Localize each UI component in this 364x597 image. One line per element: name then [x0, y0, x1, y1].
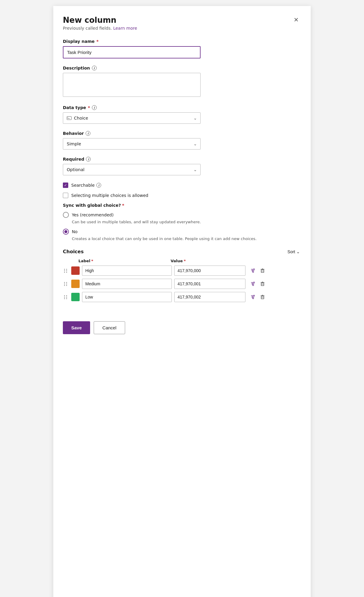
learn-more-link[interactable]: Learn more — [113, 26, 137, 31]
row-actions — [249, 281, 266, 287]
svg-point-26 — [252, 296, 253, 298]
cancel-button[interactable]: Cancel — [94, 321, 125, 334]
required-chevron-icon: ⌄ — [193, 167, 197, 172]
sync-yes-option: Yes (recommended) Can be used in multipl… — [63, 212, 300, 225]
filter-button[interactable] — [249, 267, 257, 274]
row-actions — [249, 294, 266, 300]
required-star-sync: * — [122, 203, 124, 208]
required-star-data-type: * — [88, 105, 90, 110]
radio-selected-dot — [64, 230, 67, 233]
panel-title: New column — [63, 16, 116, 25]
drag-handle[interactable] — [63, 268, 69, 274]
svg-point-3 — [254, 269, 255, 270]
sync-no-label: No — [72, 229, 78, 234]
required-star-value: * — [184, 259, 186, 263]
description-field: Description i — [63, 66, 300, 105]
delete-button[interactable] — [259, 294, 266, 300]
required-info-icon: i — [86, 157, 91, 162]
display-name-input[interactable] — [63, 46, 201, 58]
multiple-choices-checkbox[interactable] — [63, 193, 68, 198]
multiple-choices-label: Selecting multiple choices is allowed — [71, 193, 148, 198]
choice-label-input[interactable] — [82, 279, 172, 289]
filter-button[interactable] — [249, 294, 257, 300]
color-swatch[interactable] — [71, 266, 80, 275]
sync-section: Sync with global choice? * Yes (recommen… — [63, 203, 300, 242]
data-type-field: Data type * i Choice ⌄ — [63, 105, 300, 124]
table-row — [63, 292, 300, 302]
searchable-info-icon: i — [96, 183, 101, 188]
choice-rows-container — [63, 266, 300, 302]
table-row — [63, 279, 300, 289]
multiple-choices-row: Selecting multiple choices is allowed — [63, 193, 300, 198]
behavior-field: Behavior i Simple ⌄ — [63, 131, 300, 150]
svg-rect-28 — [261, 296, 264, 299]
svg-point-25 — [254, 295, 255, 296]
save-button[interactable]: Save — [63, 321, 90, 334]
delete-button[interactable] — [259, 267, 266, 274]
required-star-display-name: * — [96, 39, 98, 44]
sort-chevron-icon: ⌄ — [296, 249, 300, 254]
choice-label-input[interactable] — [82, 266, 172, 276]
drag-handle[interactable] — [63, 281, 69, 287]
sync-yes-radio[interactable] — [63, 212, 69, 218]
required-star-label: * — [91, 259, 93, 263]
svg-point-16 — [253, 285, 254, 286]
description-info-icon: i — [92, 66, 97, 70]
behavior-label: Behavior i — [63, 131, 300, 136]
display-name-label: Display name * — [63, 39, 300, 44]
svg-rect-17 — [261, 283, 264, 286]
svg-point-27 — [253, 298, 254, 299]
description-input[interactable] — [63, 73, 201, 97]
searchable-row: ✓ Searchable i — [63, 183, 300, 188]
choices-header: Choices Sort ⌄ — [63, 249, 300, 254]
searchable-label: Searchable i — [71, 183, 101, 188]
color-swatch[interactable] — [71, 293, 80, 301]
description-label: Description i — [63, 66, 300, 70]
svg-point-4 — [252, 270, 253, 271]
choice-value-input[interactable] — [174, 292, 245, 302]
new-column-panel: New column ✕ Previously called fields. L… — [53, 6, 311, 597]
required-select[interactable]: Optional ⌄ — [63, 164, 201, 175]
choices-section: Choices Sort ⌄ Label * Value * — [63, 249, 300, 302]
choice-value-input[interactable] — [174, 266, 245, 276]
close-button[interactable]: ✕ — [292, 16, 300, 24]
color-swatch[interactable] — [71, 280, 80, 288]
choices-col-headers: Label * Value * — [63, 259, 300, 263]
chevron-down-icon: ⌄ — [193, 116, 197, 120]
choice-label-input[interactable] — [82, 292, 172, 302]
behavior-chevron-icon: ⌄ — [193, 141, 197, 146]
svg-point-14 — [254, 282, 255, 283]
sync-no-option: No Creates a local choice that can only … — [63, 229, 300, 242]
svg-point-5 — [253, 272, 254, 273]
searchable-checkbox[interactable]: ✓ — [63, 183, 68, 188]
sync-no-radio-row[interactable]: No — [63, 229, 300, 235]
sort-button[interactable]: Sort ⌄ — [287, 249, 300, 254]
checkmark-icon: ✓ — [64, 183, 67, 187]
data-type-info-icon: i — [92, 105, 97, 110]
svg-point-15 — [252, 283, 253, 284]
behavior-select[interactable]: Simple ⌄ — [63, 138, 201, 150]
behavior-info-icon: i — [86, 131, 90, 136]
required-field: Required i Optional ⌄ — [63, 157, 300, 175]
display-name-field: Display name * — [63, 39, 300, 66]
choice-type-icon — [67, 116, 72, 120]
panel-subtitle: Previously called fields. Learn more — [63, 26, 300, 31]
sync-yes-label: Yes (recommended) — [72, 212, 113, 217]
footer-actions: Save Cancel — [63, 314, 300, 334]
sync-no-radio[interactable] — [63, 229, 69, 235]
behavior-select-display[interactable]: Simple ⌄ — [63, 138, 201, 150]
value-col-header: Value * — [171, 259, 242, 263]
label-col-header: Label * — [78, 259, 168, 263]
required-select-display[interactable]: Optional ⌄ — [63, 164, 201, 175]
sync-title: Sync with global choice? * — [63, 203, 300, 208]
choice-value-input[interactable] — [174, 279, 245, 289]
data-type-select-display[interactable]: Choice ⌄ — [63, 112, 201, 124]
required-label: Required i — [63, 157, 300, 162]
data-type-select[interactable]: Choice ⌄ — [63, 112, 201, 124]
svg-rect-6 — [261, 270, 264, 272]
filter-button[interactable] — [249, 281, 257, 287]
sync-yes-radio-row[interactable]: Yes (recommended) — [63, 212, 300, 218]
drag-handle[interactable] — [63, 294, 69, 300]
panel-header: New column ✕ — [63, 16, 300, 25]
delete-button[interactable] — [259, 281, 266, 287]
